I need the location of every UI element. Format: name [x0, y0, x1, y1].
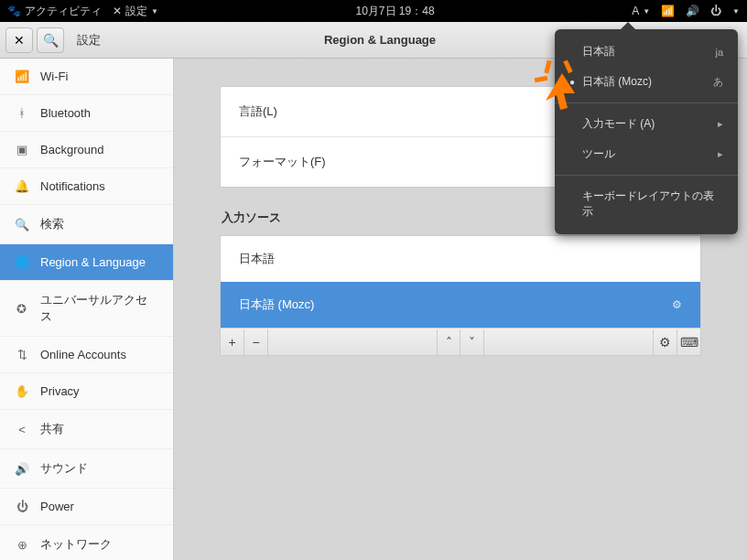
sidebar-item-background[interactable]: ▣Background [0, 132, 173, 168]
source-label: 日本語 [239, 251, 275, 267]
input-source-row[interactable]: 日本語 (Mozc)⚙ [221, 282, 700, 328]
move-down-button[interactable]: ˅ [460, 329, 484, 355]
separator [555, 175, 738, 176]
separator [555, 102, 738, 103]
ime-option-label: 日本語 [582, 44, 615, 59]
chevron-down-icon: ▼ [643, 7, 650, 16]
titlebar-app-title: 設定 [77, 32, 101, 48]
sidebar-item--[interactable]: 🔊サウンド [0, 449, 173, 489]
sidebar-item--[interactable]: 🔍検索 [0, 205, 173, 244]
sidebar-icon: ✪ [15, 302, 29, 316]
input-mode-label: 入力モード (A) [582, 116, 655, 132]
source-settings-button[interactable]: ⚙ [653, 329, 677, 355]
input-source-list: 日本語日本語 (Mozc)⚙ [220, 235, 701, 328]
sidebar-icon: ⊕ [15, 538, 29, 552]
network-icon[interactable]: 📶 [661, 5, 675, 17]
sidebar-icon: 🔊 [15, 462, 29, 476]
sidebar-item-label: 検索 [40, 216, 64, 232]
show-layout-label: キーボードレイアウトの表示 [582, 188, 723, 220]
sidebar-item-label: Notifications [40, 179, 105, 193]
ime-option-japanese[interactable]: 日本語 ja [555, 37, 738, 67]
sidebar-icon: 🔍 [15, 218, 29, 232]
ime-option-indicator: あ [713, 75, 723, 89]
chevron-down-icon: ˅ [469, 335, 475, 350]
input-mode-item[interactable]: 入力モード (A) ▸ [555, 109, 738, 139]
search-button[interactable]: 🔍 [37, 27, 64, 53]
sidebar-item-online-accounts[interactable]: ⇅Online Accounts [0, 337, 173, 373]
chevron-right-icon: ▸ [718, 148, 723, 160]
sidebar-icon: 🌐 [15, 255, 29, 269]
sidebar-item-privacy[interactable]: ✋Privacy [0, 373, 173, 410]
sidebar-item-notifications[interactable]: 🔔Notifications [0, 168, 173, 205]
sidebar-item-label: Privacy [40, 384, 80, 398]
sidebar-item-label: ネットワーク [40, 536, 112, 553]
sidebar-icon: ᚼ [15, 106, 29, 120]
ime-popup: 日本語 ja ● 日本語 (Mozc) あ 入力モード (A) ▸ ツール ▸ … [555, 29, 738, 234]
all-settings-button[interactable]: ✕ [5, 27, 33, 53]
volume-icon[interactable]: 🔊 [686, 5, 699, 17]
sidebar-icon: ✋ [15, 384, 29, 398]
sidebar-item--[interactable]: ✪ユニバーサルアクセス [0, 281, 173, 337]
ime-label: A [632, 5, 639, 17]
sidebar-icon: 📶 [15, 70, 29, 83]
sidebar-item-label: Wi-Fi [40, 70, 68, 83]
tools-icon: ✕ [14, 33, 25, 48]
minus-icon: − [252, 335, 259, 350]
chevron-down-icon: ▼ [151, 7, 158, 16]
radio-checked-icon: ● [569, 77, 582, 87]
sidebar-item-power[interactable]: ⏻Power [0, 489, 173, 525]
sidebar-icon: 🔔 [15, 179, 29, 193]
sidebar: 📶Wi-FiᚼBluetooth▣Background🔔Notification… [0, 59, 174, 560]
sidebar-item--[interactable]: <共有 [0, 410, 173, 449]
sidebar-item-label: ユニバーサルアクセス [40, 292, 158, 325]
chevron-up-icon: ˄ [446, 335, 452, 350]
ime-option-label: 日本語 (Mozc) [582, 74, 652, 90]
tools-label: ツール [582, 146, 615, 162]
sidebar-item-label: 共有 [40, 421, 64, 437]
sidebar-item-label: Bluetooth [40, 106, 91, 120]
sidebar-item-label: Online Accounts [40, 348, 126, 361]
chevron-down-icon[interactable]: ▼ [732, 7, 740, 16]
top-bar: 🐾 アクティビティ ✕ 設定 ▼ 10月7日 19：48 A ▼ 📶 🔊 ⏻ ▼ [0, 0, 747, 22]
sidebar-item-label: Region & Language [40, 255, 146, 269]
plus-icon: + [228, 335, 235, 350]
keyboard-layout-button[interactable]: ⌨ [677, 329, 700, 355]
source-label: 日本語 (Mozc) [239, 296, 314, 313]
activities-button[interactable]: 🐾 アクティビティ [7, 4, 102, 19]
ime-indicator[interactable]: A ▼ [632, 5, 650, 17]
ime-option-indicator: ja [715, 47, 723, 58]
power-icon[interactable]: ⏻ [710, 5, 721, 17]
sidebar-item-label: Power [40, 500, 74, 513]
sidebar-icon: ⇅ [15, 348, 29, 361]
sidebar-item-wi-fi[interactable]: 📶Wi-Fi [0, 59, 173, 95]
gear-icon: ⚙ [659, 335, 671, 350]
move-up-button[interactable]: ˄ [437, 329, 460, 355]
input-source-row[interactable]: 日本語 [221, 236, 700, 282]
sidebar-icon: ⏻ [15, 500, 29, 513]
add-source-button[interactable]: + [221, 329, 244, 355]
tools-item[interactable]: ツール ▸ [555, 139, 738, 169]
sidebar-item-label: サウンド [40, 460, 88, 477]
sidebar-item-region-language[interactable]: 🌐Region & Language [0, 244, 173, 281]
sidebar-item-bluetooth[interactable]: ᚼBluetooth [0, 95, 173, 132]
input-source-toolbar: + − ˄ ˅ ⚙ ⌨ [220, 328, 701, 356]
chevron-right-icon: ▸ [718, 118, 723, 130]
search-icon: 🔍 [43, 33, 59, 48]
sidebar-icon: < [15, 423, 29, 436]
sidebar-item-label: Background [40, 143, 103, 156]
current-app-label: 設定 [125, 4, 147, 19]
source-settings-icon[interactable]: ⚙ [672, 298, 682, 311]
keyboard-icon: ⌨ [680, 335, 698, 350]
show-keyboard-layout-item[interactable]: キーボードレイアウトの表示 [555, 181, 738, 227]
tools-icon: ✕ [113, 5, 122, 17]
current-app[interactable]: ✕ 設定 ▼ [113, 4, 158, 19]
clock[interactable]: 10月7日 19：48 [158, 4, 632, 19]
sidebar-icon: ▣ [15, 143, 29, 156]
gnome-foot-icon: 🐾 [7, 5, 21, 17]
ime-option-mozc[interactable]: ● 日本語 (Mozc) あ [555, 67, 738, 97]
activities-label: アクティビティ [25, 4, 102, 19]
sidebar-item--[interactable]: ⊕ネットワーク [0, 525, 173, 560]
remove-source-button[interactable]: − [244, 329, 268, 355]
